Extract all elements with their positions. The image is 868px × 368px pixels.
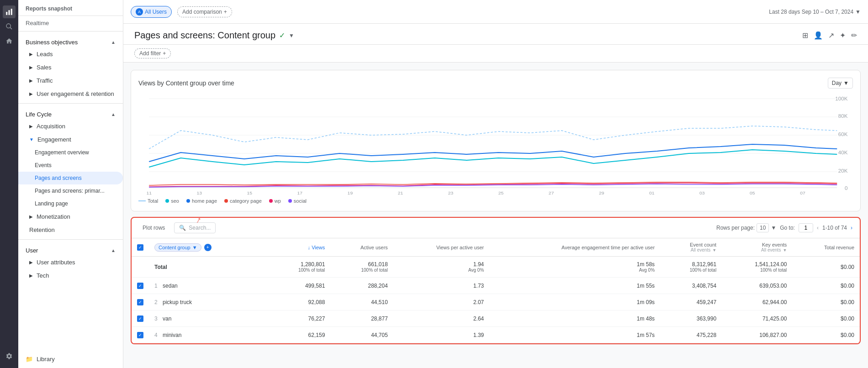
all-users-segment-chip[interactable]: A All Users xyxy=(131,6,172,18)
sidebar-item-monetization[interactable]: ▶ Monetization xyxy=(18,210,123,223)
svg-text:19: 19 xyxy=(348,191,353,195)
legend-total[interactable]: Total xyxy=(138,198,158,204)
topbar: A All Users Add comparison + Last 28 day… xyxy=(123,0,868,24)
sidebar-item-engagement-overview[interactable]: Engagement overview xyxy=(18,146,123,159)
legend-seo-dot xyxy=(165,199,169,203)
compare-icon[interactable]: ⊞ xyxy=(802,31,808,40)
legend-category-dot xyxy=(224,199,228,203)
row1-checkbox-cell[interactable]: ✓ xyxy=(132,278,149,294)
sidebar-item-tech[interactable]: ▶ Tech xyxy=(18,269,123,282)
total-revenue-column-header: Total revenue xyxy=(792,238,860,257)
total-avg-engagement-cell: 1m 58s Avg 0% xyxy=(489,257,660,278)
row4-revenue: $0.00 xyxy=(792,327,860,343)
sidebar-item-events[interactable]: Events xyxy=(18,159,123,172)
row2-label-cell: 2 pickup truck xyxy=(149,294,269,310)
export-icon[interactable]: ↗ xyxy=(828,31,834,40)
pagination-next-button[interactable]: › xyxy=(851,225,852,231)
chart-dropdown-chevron-icon: ▼ xyxy=(843,80,849,86)
row3-checkbox[interactable]: ✓ xyxy=(137,315,143,322)
total-active-users-cell: 661,018 100% of total xyxy=(330,257,393,278)
add-comparison-button[interactable]: Add comparison + xyxy=(177,6,232,17)
legend-wp-dot xyxy=(269,199,273,203)
insights-icon[interactable]: ✦ xyxy=(840,31,846,40)
sidebar-item-engagement[interactable]: ▼ Engagement xyxy=(18,133,123,146)
svg-text:100K: 100K xyxy=(835,96,848,101)
row3-views-per-user: 2.64 xyxy=(393,310,489,327)
sidebar-item-user-attributes[interactable]: ▶ User attributes xyxy=(18,256,123,269)
row2-checkbox[interactable]: ✓ xyxy=(137,299,143,305)
legend-social[interactable]: social xyxy=(288,198,307,204)
share-icon[interactable]: 👤 xyxy=(814,31,823,40)
svg-text:03: 03 xyxy=(699,191,705,195)
nav-settings-icon[interactable] xyxy=(3,350,16,363)
sidebar-item-user-engagement[interactable]: ▶ User engagement & retention xyxy=(18,87,123,100)
row4-event-count: 475,228 xyxy=(660,327,722,343)
legend-wp[interactable]: wp xyxy=(269,198,281,204)
search-box[interactable]: 🔍 Search... xyxy=(174,222,216,233)
plot-rows-button[interactable]: Plot rows xyxy=(139,223,169,233)
nav-search-icon[interactable] xyxy=(3,20,16,33)
business-objectives-section[interactable]: Business objectives ▲ xyxy=(18,34,123,47)
table-section: Plot rows 🔍 Search... Rows per page: 10 … xyxy=(131,217,861,344)
row2-checkbox-cell[interactable]: ✓ xyxy=(132,294,149,310)
sidebar: Reports snapshot Realtime Business objec… xyxy=(18,0,123,368)
pagination-prev-button[interactable]: ‹ xyxy=(817,225,819,231)
row3-checkbox-cell[interactable]: ✓ xyxy=(132,310,149,327)
row1-event-count: 3,408,754 xyxy=(660,278,722,294)
row2-views: 92,088 xyxy=(269,294,330,310)
library-item[interactable]: 📁 Library xyxy=(18,350,123,368)
verified-icon: ✓ xyxy=(279,31,285,40)
sidebar-item-sales[interactable]: ▶ Sales xyxy=(18,61,123,74)
sidebar-item-pages-primary[interactable]: Pages and screens: primar... xyxy=(18,184,123,197)
user-engagement-expand-icon: ▶ xyxy=(29,91,33,96)
chart-header: Views by Content group over time Day ▼ xyxy=(138,78,853,89)
row4-avg-engagement: 1m 57s xyxy=(489,327,660,343)
key-events-column-header: Key events All events ▼ xyxy=(722,238,792,257)
edit-icon[interactable]: ✏ xyxy=(851,31,857,40)
page-title: Pages and screens: Content group ✓ ▼ xyxy=(134,30,294,41)
legend-homepage-dot xyxy=(186,199,190,203)
sidebar-item-pages-and-screens[interactable]: Pages and screens xyxy=(18,172,123,184)
sidebar-item-retention[interactable]: Retention xyxy=(18,223,123,237)
content-group-chip[interactable]: Content group ▼ xyxy=(154,243,201,252)
svg-text:29: 29 xyxy=(599,191,604,195)
realtime-link[interactable]: Realtime xyxy=(18,16,123,28)
event-count-dropdown-icon[interactable]: ▼ xyxy=(712,248,716,252)
filter-bar: Add filter + xyxy=(123,45,868,63)
goto-input[interactable] xyxy=(799,223,813,232)
sidebar-item-traffic[interactable]: ▶ Traffic xyxy=(18,74,123,87)
nav-analytics-icon[interactable] xyxy=(3,5,16,18)
sidebar-item-landing-page[interactable]: Landing page xyxy=(18,197,123,210)
select-all-header[interactable]: ✓ xyxy=(132,238,149,257)
row1-views-per-user: 1.73 xyxy=(393,278,489,294)
key-events-dropdown-icon[interactable]: ▼ xyxy=(783,248,787,252)
reports-snapshot-header[interactable]: Reports snapshot xyxy=(18,0,123,16)
chart-granularity-dropdown[interactable]: Day ▼ xyxy=(828,78,853,89)
svg-text:21: 21 xyxy=(398,191,403,195)
pagination-info: 1-10 of 74 xyxy=(822,225,847,231)
row1-checkbox[interactable]: ✓ xyxy=(137,283,143,289)
row3-views: 76,227 xyxy=(269,310,330,327)
acquisition-expand-icon: ▶ xyxy=(29,124,33,129)
nav-home-icon[interactable] xyxy=(3,35,16,47)
sidebar-item-acquisition[interactable]: ▶ Acquisition xyxy=(18,120,123,133)
views-column-header[interactable]: ↓ Views xyxy=(269,238,330,257)
date-range[interactable]: Last 28 days Sep 10 – Oct 7, 2024 ▼ xyxy=(769,9,861,15)
page-title-dropdown-icon[interactable]: ▼ xyxy=(289,32,294,39)
legend-category-page[interactable]: category page xyxy=(224,198,262,204)
rows-per-page-control: Rows per page: 10 ▼ xyxy=(716,223,776,232)
select-all-checkbox[interactable]: ✓ xyxy=(137,244,143,251)
lifecycle-section[interactable]: Life Cycle ▲ xyxy=(18,106,123,120)
sidebar-item-leads[interactable]: ▶ Leads xyxy=(18,47,123,61)
row4-checkbox-cell[interactable]: ✓ xyxy=(132,327,149,343)
legend-homepage[interactable]: home page xyxy=(186,198,217,204)
user-section[interactable]: User ▲ xyxy=(18,242,123,256)
add-filter-button[interactable]: Add filter + xyxy=(134,48,171,58)
add-dimension-button[interactable]: + xyxy=(204,244,212,251)
legend-seo[interactable]: seo xyxy=(165,198,179,204)
row4-checkbox[interactable]: ✓ xyxy=(137,332,143,338)
row4-views-per-user: 1.39 xyxy=(393,327,489,343)
row1-key-events: 639,053.00 xyxy=(722,278,792,294)
row3-rank: 3 xyxy=(154,315,158,322)
row3-revenue: $0.00 xyxy=(792,310,860,327)
